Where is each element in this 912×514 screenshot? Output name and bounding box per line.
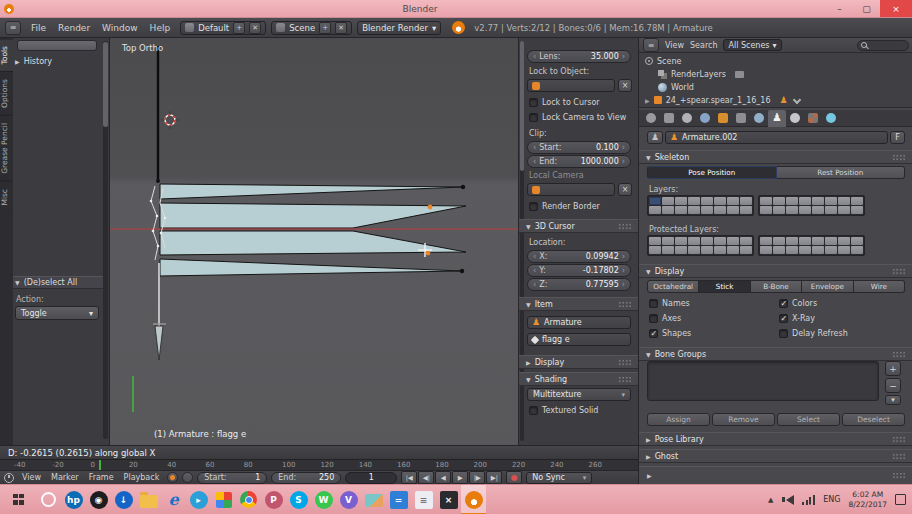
- bone-group-specials-button[interactable]: ▾: [885, 395, 901, 405]
- bone-tip[interactable]: [460, 269, 464, 273]
- delete-layout-button[interactable]: ✕: [249, 22, 261, 34]
- layer-toggle[interactable]: [701, 237, 713, 245]
- layer-toggle[interactable]: [662, 197, 674, 205]
- layer-toggle[interactable]: [701, 197, 713, 205]
- flag-bone-shape-1[interactable]: [160, 184, 463, 199]
- layer-toggle[interactable]: [688, 206, 700, 214]
- increment-arrow-icon[interactable]: ›: [622, 52, 625, 61]
- taskbar-viber[interactable]: V: [336, 485, 361, 514]
- spear-bone[interactable]: [153, 263, 166, 360]
- taskbar-code[interactable]: ×: [436, 485, 461, 514]
- jump-to-end-button[interactable]: ▶|: [486, 471, 502, 484]
- taskbar-gallery[interactable]: [361, 485, 386, 514]
- layer-toggle[interactable]: [714, 237, 726, 245]
- close-button[interactable]: ×: [880, 0, 912, 17]
- layer-toggle[interactable]: [688, 197, 700, 205]
- layer-toggle[interactable]: [838, 206, 850, 214]
- option-checkbox-names[interactable]: Names: [649, 299, 690, 308]
- layer-toggle[interactable]: [838, 237, 850, 245]
- layer-toggle[interactable]: [714, 197, 726, 205]
- layer-toggle[interactable]: [649, 206, 661, 214]
- taskbar-downloads[interactable]: ↓: [111, 485, 136, 514]
- ghost-panel-header[interactable]: ▶ Ghost: [639, 449, 912, 463]
- layer-toggle[interactable]: [688, 246, 700, 254]
- taskbar-edge[interactable]: e: [161, 485, 186, 514]
- action-enum-dropdown[interactable]: Toggle ▾: [15, 306, 99, 320]
- layer-toggle[interactable]: [675, 197, 687, 205]
- taskbar-cortana[interactable]: [36, 485, 61, 514]
- record-button[interactable]: ●: [506, 471, 522, 484]
- item-panel-header[interactable]: ▼ Item: [519, 297, 638, 311]
- outliner-row-renderlayers[interactable]: RenderLayers: [658, 68, 744, 80]
- display-mode-b-bone[interactable]: B-Bone: [751, 280, 802, 293]
- taskbar-media-player[interactable]: ▸: [186, 485, 211, 514]
- display-mode-stick[interactable]: Stick: [699, 280, 750, 293]
- cursor-z-field[interactable]: ‹ Z: 0.77595 ›: [527, 278, 631, 291]
- layer-toggle[interactable]: [760, 237, 772, 245]
- shelf-partial-button[interactable]: [17, 40, 97, 51]
- decrement-arrow-icon[interactable]: ‹: [533, 280, 536, 289]
- layer-toggle[interactable]: [851, 197, 863, 205]
- frame-end-field[interactable]: End: 250: [271, 472, 341, 484]
- tray-clock[interactable]: 6:02 AM 8/22/2017: [849, 490, 887, 510]
- minimize-button[interactable]: –: [826, 0, 853, 17]
- flag-bone-shape-2[interactable]: [160, 203, 466, 228]
- outliner-row-24-spear-spear-1-16-16[interactable]: ▶24_+spear.spear_1_16_16♟: [645, 94, 800, 106]
- remove-bone-group-button[interactable]: −: [885, 378, 901, 393]
- decrement-arrow-icon[interactable]: ‹: [533, 157, 536, 166]
- bone-groups-list[interactable]: [647, 361, 879, 401]
- taskbar-paint[interactable]: P: [261, 485, 286, 514]
- layer-toggle[interactable]: [662, 246, 674, 254]
- display-panel-header[interactable]: ▼ Display: [639, 264, 912, 278]
- option-checkbox-colors[interactable]: Colors: [779, 299, 817, 308]
- layer-toggle[interactable]: [760, 197, 772, 205]
- action-center-icon[interactable]: [895, 494, 906, 505]
- layer-toggle[interactable]: [812, 246, 824, 254]
- menu-window[interactable]: Window: [97, 23, 143, 33]
- properties-tab-object[interactable]: [714, 110, 732, 127]
- menu-render[interactable]: Render: [53, 23, 95, 33]
- layer-toggle[interactable]: [851, 237, 863, 245]
- option-checkbox-delay-refresh[interactable]: Delay Refresh: [779, 329, 848, 338]
- taskbar-whatsapp[interactable]: W: [311, 485, 336, 514]
- taskbar-camera[interactable]: ◉: [86, 485, 111, 514]
- render-border-checkbox[interactable]: Render Border: [529, 202, 600, 211]
- properties-tab-render[interactable]: [642, 110, 660, 127]
- panel-grip-icon[interactable]: [892, 268, 905, 275]
- properties-tab-material[interactable]: [786, 110, 804, 127]
- layer-toggle[interactable]: [812, 237, 824, 245]
- timeline-ruler[interactable]: -40-200204060801001201401601802002202402…: [0, 459, 638, 470]
- partially-visible-panel-header[interactable]: ▶: [639, 466, 912, 484]
- option-checkbox-axes[interactable]: Axes: [649, 314, 681, 323]
- timeline-menu-frame[interactable]: Frame: [85, 473, 118, 482]
- layer-toggle[interactable]: [773, 197, 785, 205]
- shading-mode-dropdown[interactable]: Multitexture ▾: [527, 388, 631, 401]
- properties-tab-texture[interactable]: [804, 110, 822, 127]
- layer-toggle[interactable]: [688, 237, 700, 245]
- auto-keyframe-button[interactable]: [167, 472, 178, 483]
- layer-toggle[interactable]: [812, 197, 824, 205]
- layer-toggle[interactable]: [740, 246, 752, 254]
- option-checkbox-x-ray[interactable]: X-Ray: [779, 314, 815, 323]
- browse-id-button[interactable]: ♟: [647, 131, 663, 144]
- delete-scene-button[interactable]: ✕: [335, 22, 347, 34]
- layer-toggle[interactable]: [727, 246, 739, 254]
- layer-toggle[interactable]: [773, 246, 785, 254]
- add-layout-button[interactable]: +: [233, 22, 245, 34]
- taskbar-skype[interactable]: S: [286, 485, 311, 514]
- menu-file[interactable]: File: [26, 23, 51, 33]
- current-frame-field[interactable]: 1: [345, 472, 397, 484]
- panel-grip-icon[interactable]: [618, 359, 631, 366]
- active-object-name-field[interactable]: ♟ Armature: [527, 316, 631, 329]
- 3d-cursor-panel-header[interactable]: ▼ 3D Cursor: [519, 219, 638, 233]
- outliner-scope-dropdown[interactable]: All Scenes ▾: [723, 39, 781, 51]
- layer-toggle[interactable]: [799, 237, 811, 245]
- selected-bone-tip[interactable]: [428, 205, 433, 210]
- layer-toggle[interactable]: [838, 246, 850, 254]
- layer-toggle[interactable]: [799, 197, 811, 205]
- layer-toggle[interactable]: [812, 206, 824, 214]
- outliner-row-scene[interactable]: Scene: [645, 55, 681, 67]
- decrement-arrow-icon[interactable]: ‹: [533, 252, 536, 261]
- lock-object-field[interactable]: [527, 79, 615, 92]
- outliner-search-menu[interactable]: Search: [690, 41, 717, 50]
